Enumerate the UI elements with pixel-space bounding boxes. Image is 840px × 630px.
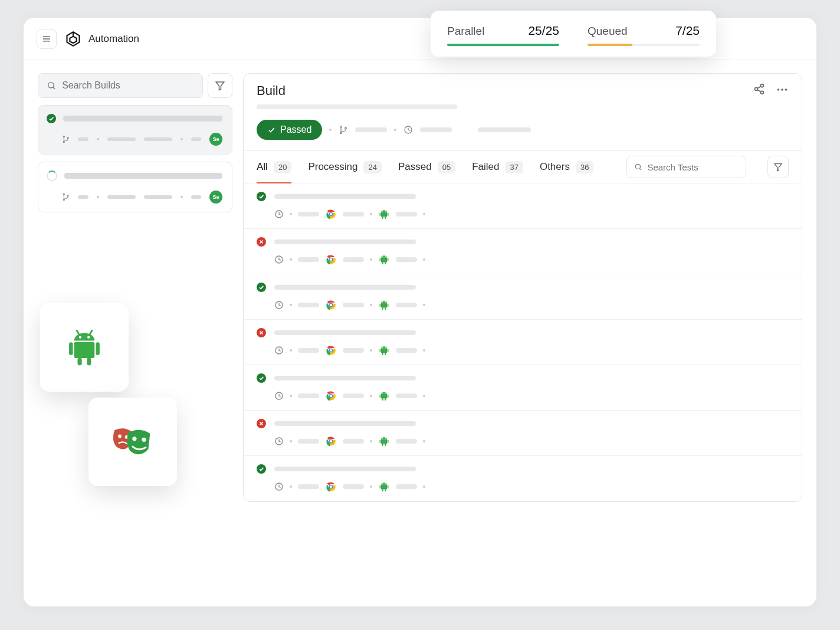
svg-rect-73 (388, 304, 389, 307)
svg-point-68 (330, 304, 332, 306)
svg-rect-75 (385, 307, 386, 310)
svg-rect-111 (382, 444, 383, 446)
tab-all[interactable]: All20 (257, 151, 291, 183)
svg-point-27 (755, 88, 758, 91)
chrome-icon (325, 481, 337, 493)
svg-rect-96 (380, 395, 381, 398)
queued-value: 7/25 (675, 24, 700, 38)
tests-search[interactable] (626, 156, 746, 178)
svg-rect-123 (385, 489, 386, 491)
tab-count: 20 (274, 161, 291, 173)
app-window: Parallel 25/25 Queued 7/25 Automation (24, 18, 816, 606)
svg-rect-19 (96, 342, 99, 355)
svg-point-15 (79, 336, 81, 339)
svg-point-22 (118, 435, 122, 438)
branch-icon (62, 193, 70, 201)
svg-rect-95 (381, 394, 387, 399)
parallel-value: 25/25 (528, 24, 559, 38)
svg-point-28 (761, 91, 764, 94)
share-button[interactable] (753, 83, 765, 99)
chrome-icon (325, 435, 337, 447)
svg-rect-108 (381, 439, 387, 444)
svg-rect-87 (382, 353, 383, 355)
tab-count: 05 (438, 161, 455, 173)
svg-line-13 (77, 330, 79, 334)
test-row[interactable] (244, 274, 802, 320)
test-row[interactable] (244, 320, 802, 365)
filter-icon (215, 80, 225, 91)
tab-processing[interactable]: Processing24 (308, 151, 382, 183)
builds-search[interactable] (38, 73, 203, 98)
svg-point-36 (345, 127, 347, 129)
clock-icon (403, 125, 413, 134)
svg-point-38 (636, 164, 641, 169)
android-icon (63, 326, 106, 369)
svg-point-25 (142, 438, 146, 442)
svg-rect-17 (74, 342, 95, 358)
svg-rect-85 (380, 349, 381, 353)
test-row[interactable] (244, 365, 802, 411)
test-row[interactable] (244, 229, 802, 274)
svg-rect-18 (69, 342, 73, 355)
svg-rect-74 (382, 307, 383, 310)
build-status-label: Passed (280, 124, 311, 135)
selenium-badge: Se (209, 133, 222, 146)
chrome-icon (325, 344, 337, 356)
svg-point-117 (382, 483, 383, 484)
tests-list (244, 183, 802, 501)
svg-point-94 (385, 392, 386, 393)
more-horizontal-icon (776, 83, 789, 96)
selenium-badge: Se (209, 191, 222, 204)
builds-search-input[interactable] (62, 80, 194, 91)
svg-point-45 (382, 211, 383, 211)
build-subtitle-placeholder (257, 104, 457, 109)
svg-point-4 (48, 83, 54, 88)
svg-rect-98 (382, 398, 383, 401)
hamburger-menu-button[interactable] (37, 29, 57, 49)
branch-icon (62, 135, 70, 143)
svg-rect-122 (382, 489, 383, 491)
builds-filter-button[interactable] (208, 73, 232, 98)
build-title: Build (257, 83, 286, 99)
theater-masks-tile (88, 398, 177, 486)
tab-failed[interactable]: Failed37 (472, 151, 523, 183)
android-icon-tile (40, 303, 129, 392)
svg-rect-86 (388, 349, 389, 353)
parallel-stat: Parallel 25/25 (447, 24, 559, 46)
svg-rect-51 (385, 216, 386, 219)
svg-point-24 (132, 437, 136, 441)
build-card[interactable]: Se (38, 105, 232, 155)
build-card[interactable]: Se (38, 162, 232, 212)
android-small-icon (378, 481, 390, 493)
more-options-button[interactable] (776, 83, 789, 99)
status-fail-icon (257, 419, 266, 428)
tab-others[interactable]: Others36 (540, 151, 594, 183)
svg-point-10 (63, 193, 64, 195)
test-row[interactable] (244, 411, 802, 456)
svg-rect-62 (388, 258, 389, 262)
tests-filter-button[interactable] (767, 156, 789, 178)
svg-point-26 (761, 84, 764, 87)
svg-rect-49 (388, 213, 389, 216)
svg-point-116 (330, 485, 332, 488)
queued-label: Queued (588, 25, 628, 38)
tab-label: Passed (398, 161, 432, 173)
share-icon (753, 83, 765, 95)
tab-passed[interactable]: Passed05 (398, 151, 455, 183)
svg-rect-112 (385, 444, 386, 446)
branch-icon (339, 125, 348, 134)
test-row[interactable] (244, 456, 802, 501)
svg-rect-97 (388, 395, 389, 398)
svg-point-82 (382, 347, 383, 347)
test-row[interactable] (244, 183, 802, 229)
queued-stat: Queued 7/25 (588, 24, 700, 46)
svg-rect-121 (388, 485, 389, 489)
svg-point-92 (330, 395, 332, 397)
svg-point-8 (63, 141, 64, 142)
svg-rect-63 (382, 262, 383, 264)
tests-search-input[interactable] (647, 162, 738, 172)
svg-rect-64 (385, 262, 386, 264)
svg-point-35 (340, 132, 342, 134)
hamburger-icon (41, 34, 52, 44)
clock-icon (274, 255, 284, 264)
